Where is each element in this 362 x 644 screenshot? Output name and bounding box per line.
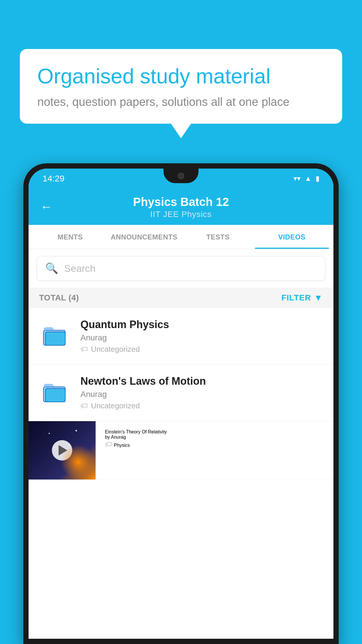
tag-icon: 🏷 xyxy=(80,345,88,354)
svg-rect-5 xyxy=(45,388,65,402)
battery-icon: ▮ xyxy=(316,174,319,183)
video-list: Quantum Physics Anurag 🏷 Uncategorized xyxy=(29,308,333,480)
video-author: Anurag xyxy=(80,333,323,342)
tag-label: Uncategorized xyxy=(91,401,140,410)
tab-tests[interactable]: TESTS xyxy=(181,225,255,249)
tag-icon: 🏷 xyxy=(105,440,113,449)
svg-rect-1 xyxy=(45,332,65,345)
filter-icon: ▼ xyxy=(314,293,323,303)
video-title: Quantum Physics xyxy=(80,318,323,331)
folder-icon xyxy=(42,378,68,404)
video-tag: 🏷 Uncategorized xyxy=(80,401,323,410)
status-bar: 14:29 ▾▾ ▲ ▮ xyxy=(29,169,333,188)
notch xyxy=(164,169,198,183)
star xyxy=(75,430,77,431)
tag-label: Uncategorized xyxy=(91,345,140,354)
glow-effect xyxy=(61,444,96,480)
video-author: Anurag xyxy=(80,390,323,399)
status-time: 14:29 xyxy=(43,174,64,183)
phone-screen: 14:29 ▾▾ ▲ ▮ ← Physics Batch 12 IIT JEE … xyxy=(29,169,333,639)
filter-button[interactable]: FILTER ▼ xyxy=(281,293,323,303)
speech-bubble: Organised study material notes, question… xyxy=(20,49,342,124)
batch-subtitle: IIT JEE Physics xyxy=(43,210,319,219)
video-title: Einstein's Theory Of Relativity xyxy=(105,429,323,435)
tab-videos[interactable]: VIDEOS xyxy=(255,225,329,249)
video-info: Newton's Laws of Motion Anurag 🏷 Uncateg… xyxy=(80,375,323,410)
filter-bar: TOTAL (4) FILTER ▼ xyxy=(29,288,333,308)
total-label: TOTAL (4) xyxy=(39,293,79,302)
folder-thumb xyxy=(39,318,71,351)
list-item[interactable]: Einstein's Theory Of Relativity by Anura… xyxy=(29,421,333,480)
star xyxy=(49,433,50,434)
video-tag: 🏷 Physics xyxy=(105,440,323,449)
tab-ments[interactable]: MENTS xyxy=(33,225,107,249)
back-button[interactable]: ← xyxy=(40,200,52,214)
search-icon: 🔍 xyxy=(45,262,58,274)
list-item[interactable]: Newton's Laws of Motion Anurag 🏷 Uncateg… xyxy=(29,365,333,421)
star xyxy=(69,444,70,445)
tab-announcements[interactable]: ANNOUNCEMENTS xyxy=(107,225,181,249)
video-thumbnail xyxy=(29,421,96,480)
wifi-icon: ▾▾ xyxy=(294,174,301,183)
video-tag: 🏷 Uncategorized xyxy=(80,345,323,354)
video-info: Quantum Physics Anurag 🏷 Uncategorized xyxy=(80,318,323,354)
phone-frame: 14:29 ▾▾ ▲ ▮ ← Physics Batch 12 IIT JEE … xyxy=(23,163,339,644)
bubble-subtext: notes, question papers, solutions all at… xyxy=(37,95,325,108)
folder-icon xyxy=(42,321,68,348)
bubble-heading: Organised study material xyxy=(37,64,325,88)
status-icons: ▾▾ ▲ ▮ xyxy=(294,174,319,183)
video-title: Newton's Laws of Motion xyxy=(80,375,323,387)
tag-icon: 🏷 xyxy=(80,401,88,410)
camera xyxy=(178,173,184,179)
list-item[interactable]: Quantum Physics Anurag 🏷 Uncategorized xyxy=(29,308,333,365)
video-info: Einstein's Theory Of Relativity by Anura… xyxy=(96,421,323,457)
search-placeholder: Search xyxy=(64,263,96,274)
search-bar[interactable]: 🔍 Search xyxy=(37,256,325,281)
signal-icon: ▲ xyxy=(305,174,312,183)
tag-label: Physics xyxy=(114,443,130,448)
tabs: MENTS ANNOUNCEMENTS TESTS VIDEOS xyxy=(29,225,333,249)
video-author: by Anurag xyxy=(105,435,323,440)
app-header: ← Physics Batch 12 IIT JEE Physics xyxy=(29,188,333,225)
folder-thumb xyxy=(39,375,71,407)
batch-title: Physics Batch 12 xyxy=(43,195,319,209)
filter-label: FILTER xyxy=(281,293,311,302)
